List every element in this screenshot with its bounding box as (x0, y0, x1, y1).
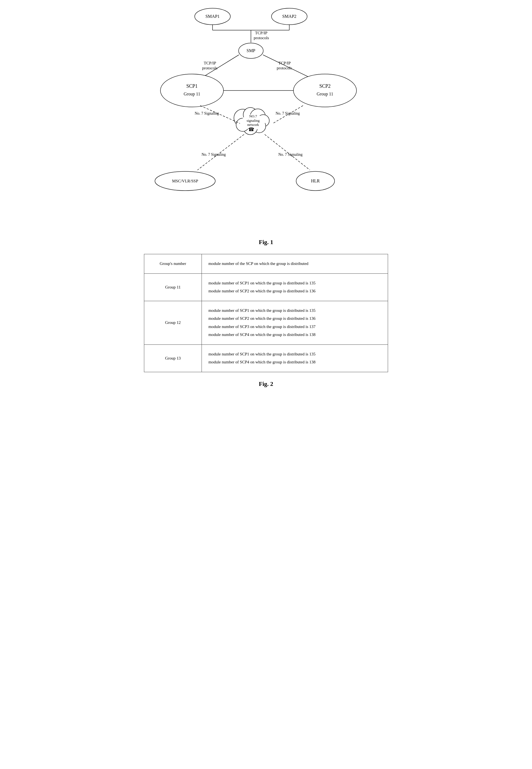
group12-line4: module number of SCP4 on which the group… (208, 331, 381, 338)
table-row: Group 13 module number of SCP1 on which … (144, 344, 388, 372)
group11-label: Group 11 (144, 273, 202, 301)
group11-line1: module number of SCP1 on which the group… (208, 280, 381, 287)
svg-text:SMAP2: SMAP2 (282, 14, 296, 19)
group11-details: module number of SCP1 on which the group… (202, 273, 388, 301)
table-row: Group 12 module number of SCP1 on which … (144, 301, 388, 344)
svg-text:No. 7 Signaling: No. 7 Signaling (195, 111, 219, 115)
fig1-diagram: SMAP1 SMAP2 TCP/IP protocols SMP TCP/IP … (133, 0, 399, 236)
svg-text:network: network (247, 123, 259, 127)
svg-text:No. 7 Signaling: No. 7 Signaling (276, 111, 300, 115)
svg-point-18 (160, 74, 223, 107)
group11-line2: module number of SCP2 on which the group… (208, 288, 381, 295)
group13-details: module number of SCP1 on which the group… (202, 344, 388, 372)
svg-text:protocols: protocols (254, 36, 269, 40)
svg-text:TCP/IP: TCP/IP (204, 61, 216, 65)
group13-line1: module number of SCP1 on which the group… (208, 351, 381, 358)
group12-details: module number of SCP1 on which the group… (202, 301, 388, 344)
svg-text:protocols: protocols (277, 66, 292, 70)
svg-line-42 (265, 134, 310, 170)
svg-text:TCP/IP: TCP/IP (278, 61, 291, 65)
group-header-right: module number of the SCP on which the gr… (202, 254, 388, 274)
svg-text:SMAP1: SMAP1 (205, 14, 220, 19)
fig2-label: Fig. 2 (133, 372, 399, 393)
svg-text:Group 11: Group 11 (184, 92, 200, 97)
table-container: Group's number module number of the SCP … (133, 254, 399, 372)
group12-line3: module number of SCP3 on which the group… (208, 323, 381, 330)
table-row: Group 11 module number of SCP1 on which … (144, 273, 388, 301)
table-row: Group's number module number of the SCP … (144, 254, 388, 274)
distribution-table: Group's number module number of the SCP … (144, 254, 388, 372)
group-header-left: Group's number (144, 254, 202, 274)
svg-text:No. 7 Signaling: No. 7 Signaling (278, 152, 302, 157)
svg-text:TCP/IP: TCP/IP (255, 31, 267, 35)
svg-text:SCP1: SCP1 (186, 83, 197, 89)
svg-text:No. 7 Signaling: No. 7 Signaling (202, 152, 226, 157)
svg-text:MSC/VLR/SSP: MSC/VLR/SSP (172, 179, 198, 183)
group13-line2: module number of SCP4 on which the group… (208, 359, 381, 366)
svg-text:signaling: signaling (247, 118, 260, 123)
svg-point-21 (293, 74, 356, 107)
group12-line2: module number of SCP2 on which the group… (208, 315, 381, 322)
header-desc: module number of the SCP on which the gr… (208, 260, 381, 267)
group12-line1: module number of SCP1 on which the group… (208, 307, 381, 314)
group13-label: Group 13 (144, 344, 202, 372)
svg-text:SMP: SMP (247, 48, 255, 53)
fig1-label: Fig. 1 (133, 236, 399, 254)
svg-text:NO.7: NO.7 (249, 114, 257, 118)
svg-text:☎: ☎ (248, 127, 254, 132)
svg-text:SCP2: SCP2 (319, 83, 330, 89)
svg-line-41 (197, 134, 244, 170)
svg-text:protocols: protocols (202, 66, 217, 70)
group12-label: Group 12 (144, 301, 202, 344)
svg-text:HLR: HLR (311, 179, 320, 183)
svg-text:Group 11: Group 11 (317, 92, 333, 97)
